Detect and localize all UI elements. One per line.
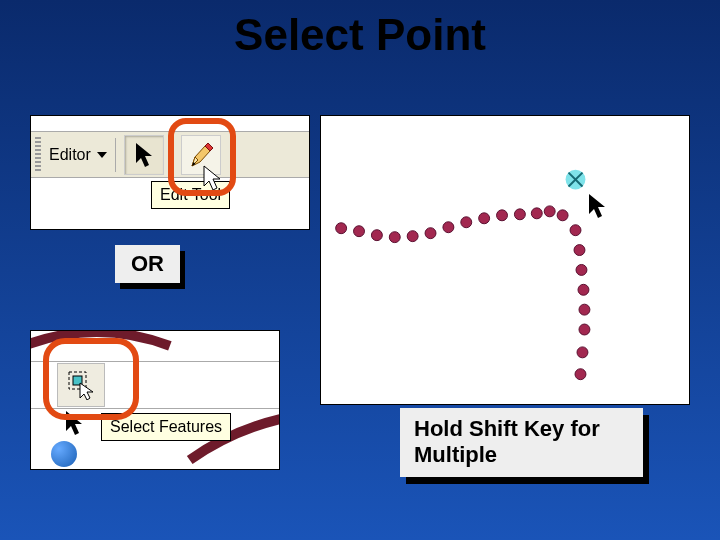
map-point[interactable] [579,324,590,335]
map-point[interactable] [425,228,436,239]
map-point[interactable] [461,217,472,228]
toolbar-separator [172,138,173,172]
chevron-down-icon [97,152,107,158]
map-point[interactable] [479,213,490,224]
sketch-tool-button[interactable] [181,135,221,175]
select-features-icon [67,370,95,400]
map-canvas [321,116,689,404]
map-point[interactable] [577,347,588,358]
toolbar-separator [115,138,116,172]
editor-menu[interactable]: Editor [49,146,107,164]
pencil-icon [189,140,213,170]
toolbar-grip [35,137,41,173]
select-features-tooltip: Select Features [101,413,231,441]
map-point[interactable] [371,230,382,241]
slide-title: Select Point [0,10,720,60]
map-point[interactable] [557,210,568,221]
map-point[interactable] [574,245,585,256]
edit-tool-button[interactable] [124,135,164,175]
map-point[interactable] [570,225,581,236]
slide: Select Point Editor [0,0,720,540]
map-point[interactable] [389,232,400,243]
map-point[interactable] [575,369,586,380]
map-point[interactable] [497,210,508,221]
shift-key-note: Hold Shift Key for Multiple [400,408,643,477]
map-view[interactable] [320,115,690,405]
editor-toolbar-screenshot: Editor Edit Tool [30,115,310,230]
map-point[interactable] [336,223,347,234]
map-point[interactable] [514,209,525,220]
map-point[interactable] [544,206,555,217]
map-point[interactable] [579,304,590,315]
map-point[interactable] [576,264,587,275]
select-features-screenshot: Select Features [30,330,280,470]
editor-menu-label: Editor [49,146,91,164]
edit-tool-tooltip: Edit Tool [151,181,230,209]
editor-toolbar: Editor [31,131,309,178]
map-point[interactable] [354,226,365,237]
map-point[interactable] [407,231,418,242]
identify-tool-button[interactable] [51,441,77,467]
tools-toolbar [31,361,279,409]
map-point[interactable] [531,208,542,219]
map-point[interactable] [443,222,454,233]
arrow-cursor-icon [133,141,155,169]
map-point[interactable] [578,284,589,295]
select-features-button[interactable] [57,363,105,407]
or-label: OR [115,245,180,283]
